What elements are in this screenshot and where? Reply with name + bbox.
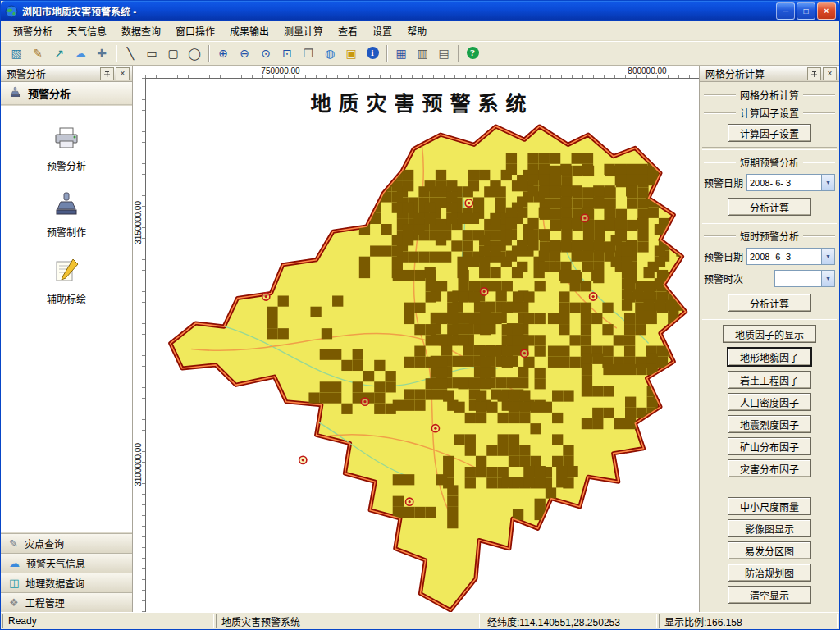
- menu-measure-calc[interactable]: 测量计算: [276, 21, 331, 40]
- btn-seismic-intensity-factor[interactable]: 地震烈度因子: [728, 415, 811, 433]
- window-controls: ─□×: [774, 2, 836, 20]
- menu-result-output[interactable]: 成果输出: [222, 21, 276, 40]
- chevron-down-icon[interactable]: ▼: [821, 271, 834, 286]
- toolbar-separator: [116, 45, 116, 62]
- notepad-pencil-icon: [52, 257, 80, 287]
- close-button[interactable]: ×: [817, 2, 836, 20]
- bar-warning-weather-info[interactable]: ☁预警天气信息: [1, 553, 132, 573]
- menu-window-ops[interactable]: 窗口操作: [168, 21, 222, 40]
- menu-data-query[interactable]: 数据查询: [114, 21, 168, 40]
- factor-setup-button[interactable]: 计算因子设置: [728, 124, 811, 142]
- short-term-caption: 短期预警分析: [704, 155, 835, 169]
- btn-clear-display[interactable]: 清空显示: [728, 586, 811, 604]
- short-time-date-label: 预警日期: [704, 249, 746, 263]
- zoom-actual-icon[interactable]: ⊙: [256, 43, 276, 63]
- stamp-icon: [52, 190, 80, 221]
- tool-warning-analysis[interactable]: 预警分析: [1, 124, 132, 172]
- ruler-label-y1: 3150000.00: [134, 201, 143, 244]
- bar-geo-data-query[interactable]: ◫地理数据查询: [1, 573, 132, 592]
- app-icon: [5, 5, 18, 18]
- bar-disaster-point-query[interactable]: ✎灾点查询: [1, 533, 132, 553]
- globe-icon[interactable]: ◍: [320, 43, 340, 63]
- menu-weather-info[interactable]: 天气信息: [60, 21, 114, 40]
- btn-mine-distribution-factor[interactable]: 矿山分布因子: [728, 437, 811, 455]
- select-region-icon[interactable]: ▧: [7, 43, 26, 63]
- short-term-date-row: 预警日期 2008- 6- 3 ▼: [700, 171, 839, 194]
- zoom-in-icon[interactable]: ⊕: [213, 43, 233, 63]
- short-term-analyze-button[interactable]: 分析计算: [728, 198, 811, 216]
- left-panel-bars: ✎灾点查询☁预警天气信息◫地理数据查询❖工程管理: [1, 533, 132, 612]
- factor-buttons: 地形地貌因子岩土工程因子人口密度因子地震烈度因子矿山分布因子灾害分布因子: [700, 347, 839, 477]
- ruler-label-x2: 800000.00: [628, 66, 666, 75]
- bar-project-management[interactable]: ❖工程管理: [1, 592, 132, 612]
- help-icon[interactable]: ?: [463, 43, 482, 63]
- draw-ellipse-icon[interactable]: ◯: [185, 43, 204, 63]
- chevron-down-icon[interactable]: ▼: [821, 249, 834, 264]
- btn-geotech-factor[interactable]: 岩土工程因子: [728, 371, 811, 389]
- btn-terrain-factor[interactable]: 地形地貌因子: [727, 347, 812, 367]
- short-term-date-value: 2008- 6- 3: [747, 178, 821, 188]
- copy-view-icon[interactable]: ❐: [299, 43, 318, 63]
- draw-line-icon[interactable]: ╲: [121, 43, 140, 63]
- tools-icon: ❖: [9, 597, 19, 608]
- left-panel-title: 预警分析: [7, 66, 98, 80]
- chart-window-icon[interactable]: ▦: [391, 43, 411, 63]
- short-time-date-value: 2008- 6- 3: [747, 252, 821, 262]
- toolbar: ▧✎↗☁✚╲▭▢◯⊕⊖⊙⊡❐◍▣i▦▥▤?: [1, 41, 839, 66]
- btn-imagery-display[interactable]: 影像图显示: [728, 519, 811, 537]
- toolbar-separator: [208, 45, 209, 62]
- tool-warning-produce[interactable]: 预警制作: [1, 190, 132, 239]
- window-title: 浏阳市地质灾害预警系统 -: [22, 4, 774, 18]
- cloud-annotation-icon[interactable]: ☁: [71, 43, 90, 63]
- divider: [702, 317, 837, 320]
- move-tool-icon[interactable]: ✚: [92, 43, 112, 63]
- ruler-label-x1: 750000.00: [261, 66, 299, 75]
- map-canvas[interactable]: [145, 78, 699, 612]
- print-preview-icon[interactable]: ▥: [413, 43, 432, 63]
- short-time-period-label: 预警时次: [704, 272, 746, 285]
- minimize-button[interactable]: ─: [776, 2, 795, 20]
- tool-aux-plot[interactable]: 辅助标绘: [1, 257, 132, 305]
- pick-tool-icon[interactable]: ↗: [49, 43, 69, 63]
- map-area[interactable]: 750000.00 800000.00 3150000.00 3100000.0…: [133, 66, 699, 612]
- short-time-analyze-button[interactable]: 分析计算: [728, 294, 811, 312]
- bar-disaster-point-query-label: 灾点查询: [25, 536, 64, 550]
- btn-disaster-distribution-factor[interactable]: 灾害分布因子: [728, 459, 811, 477]
- btn-population-density-factor[interactable]: 人口密度因子: [728, 393, 811, 411]
- short-term-date-combo[interactable]: 2008- 6- 3 ▼: [746, 174, 835, 191]
- status-bar: Ready 地质灾害预警系统 经纬度:114.140551,28.250253 …: [1, 612, 839, 629]
- short-time-date-combo[interactable]: 2008- 6- 3 ▼: [746, 248, 835, 265]
- pin-icon[interactable]: [100, 67, 114, 80]
- close-icon[interactable]: ×: [823, 67, 837, 80]
- btn-prevention-plan[interactable]: 防治规划图: [728, 564, 811, 582]
- left-panel-header[interactable]: 预警分析: [1, 82, 132, 105]
- menu-help[interactable]: 帮助: [399, 21, 434, 40]
- draw-rectangle-icon[interactable]: ▭: [142, 43, 162, 63]
- info-icon[interactable]: i: [363, 43, 382, 63]
- menu-settings[interactable]: 设置: [365, 21, 399, 40]
- close-icon[interactable]: ×: [116, 67, 130, 80]
- app-window: 浏阳市地质灾害预警系统 - ─□× 预警分析天气信息数据查询窗口操作成果输出测量…: [0, 0, 840, 630]
- factor-setup-caption: 计算因子设置: [704, 106, 835, 120]
- layer-display-icon[interactable]: ▣: [341, 43, 361, 63]
- factor-display-button[interactable]: 地质因子的显示: [723, 325, 816, 343]
- stamp-icon: [9, 86, 21, 101]
- right-panel-title: 网格分析计算: [705, 66, 806, 80]
- divider: [702, 147, 837, 150]
- btn-meso-rainfall[interactable]: 中小尺度雨量: [728, 497, 811, 515]
- short-time-period-combo[interactable]: ▼: [774, 270, 835, 287]
- print-icon[interactable]: ▤: [434, 43, 454, 63]
- btn-susceptibility-zoning[interactable]: 易发分区图: [728, 541, 811, 559]
- pin-icon[interactable]: [807, 67, 821, 80]
- map-title: 地质灾害预警系统: [145, 87, 699, 116]
- menu-view[interactable]: 查看: [331, 21, 365, 40]
- chevron-down-icon[interactable]: ▼: [821, 175, 834, 190]
- menu-warning-analysis[interactable]: 预警分析: [6, 21, 60, 40]
- pencil-icon: ✎: [9, 538, 18, 549]
- zoom-window-icon[interactable]: ⊡: [277, 43, 297, 63]
- zoom-out-icon[interactable]: ⊖: [235, 43, 254, 63]
- draw-roundrect-icon[interactable]: ▢: [163, 43, 183, 63]
- edit-feature-icon[interactable]: ✎: [28, 43, 48, 63]
- restore-button[interactable]: □: [797, 2, 815, 20]
- bar-project-management-label: 工程管理: [25, 596, 65, 609]
